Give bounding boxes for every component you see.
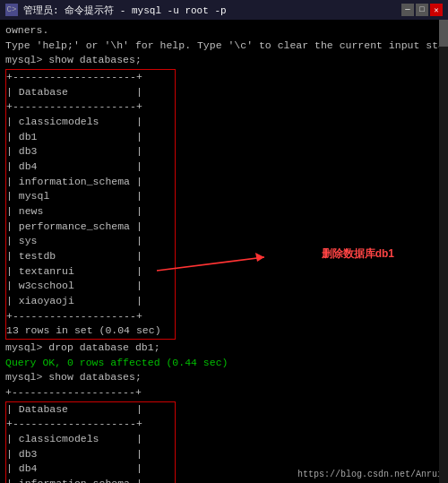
terminal-line: +--------------------+ <box>5 385 443 401</box>
scrollbar[interactable] <box>439 20 448 483</box>
terminal-line: | db1 | <box>6 130 175 145</box>
terminal-line: mysql> drop database db1; <box>5 341 443 356</box>
terminal-line: | xiaoyaoji | <box>6 294 175 309</box>
terminal-line: | db3 | <box>6 144 175 160</box>
terminal-line: | Database | <box>6 402 175 418</box>
terminal-line: | Database | <box>6 85 175 100</box>
terminal-line: | classicmodels | <box>6 432 175 447</box>
window: C> 管理员: 命令提示符 - mysql -u root -p ─ □ ✕ o… <box>0 0 448 483</box>
terminal-line: | sys | <box>6 234 175 249</box>
terminal-line: | classicmodels | <box>6 115 175 130</box>
terminal-line: | news | <box>6 204 175 220</box>
terminal-line: | performance_schema | <box>6 220 175 235</box>
title-bar: C> 管理员: 命令提示符 - mysql -u root -p ─ □ ✕ <box>0 0 448 20</box>
maximize-button[interactable]: □ <box>416 4 428 16</box>
terminal-line: Type 'help;' or '\h' for help. Type '\c'… <box>5 39 443 54</box>
terminal: owners.Type 'help;' or '\h' for help. Ty… <box>0 20 448 483</box>
minimize-button[interactable]: ─ <box>401 4 414 16</box>
terminal-line: | information_schema | <box>6 477 175 483</box>
terminal-line: Query OK, 0 rows affected (0.44 sec) <box>5 356 443 371</box>
terminal-line: +--------------------+ <box>6 70 175 85</box>
title-bar-left: C> 管理员: 命令提示符 - mysql -u root -p <box>5 4 227 17</box>
terminal-line: +--------------------+ <box>6 99 175 115</box>
terminal-line: | mysql | <box>6 189 175 204</box>
terminal-line: | db4 | <box>6 160 175 175</box>
url-bar: https://blog.csdn.net/Anrui <box>297 469 443 482</box>
terminal-line: | w3cschool | <box>6 279 175 294</box>
terminal-line: mysql> show databases; <box>5 370 443 385</box>
window-title: 管理员: 命令提示符 - mysql -u root -p <box>23 4 227 17</box>
close-button[interactable]: ✕ <box>430 4 443 16</box>
terminal-line: | textanrui | <box>6 264 175 280</box>
terminal-line: 13 rows in set (0.04 sec) <box>6 323 175 339</box>
annotation-label: 删除数据库db1 <box>322 246 394 262</box>
terminal-line: | db3 | <box>6 447 175 462</box>
scrollbar-thumb[interactable] <box>439 20 448 47</box>
terminal-line: +--------------------+ <box>6 309 175 324</box>
terminal-line: mysql> show databases; <box>5 53 443 68</box>
title-controls: ─ □ ✕ <box>401 4 443 16</box>
terminal-line: owners. <box>5 23 443 39</box>
terminal-line: +--------------------+ <box>6 417 175 432</box>
terminal-line: | testdb | <box>6 249 175 264</box>
terminal-icon: C> <box>5 4 18 16</box>
terminal-line: | db4 | <box>6 461 175 477</box>
terminal-line: | information_schema | <box>6 175 175 190</box>
